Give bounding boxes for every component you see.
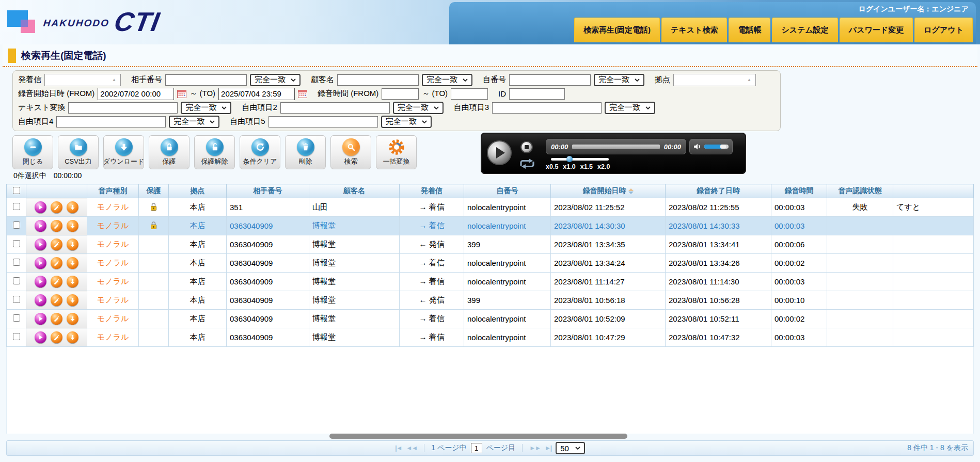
- row-edit-icon[interactable]: [51, 220, 62, 232]
- speed-x10-label[interactable]: x1.0: [563, 163, 575, 170]
- speaker-icon[interactable]: [693, 143, 701, 150]
- free-item2-match-select[interactable]: 完全一致: [393, 102, 444, 114]
- next-page-icon[interactable]: ►►: [529, 444, 541, 452]
- table-row[interactable]: モノラル 本店 0363040909 博報堂 → 着信 nolocalentry…: [7, 254, 974, 273]
- scrollbar-thumb[interactable]: [329, 434, 627, 439]
- row-edit-icon[interactable]: [51, 331, 62, 343]
- direction-combo[interactable]: ▲: [44, 74, 121, 86]
- tab-search-playback[interactable]: 検索再生(固定電話): [574, 18, 660, 42]
- table-row[interactable]: モノラル 本店 0363040909 博報堂 → 着信 nolocalentry…: [7, 310, 974, 328]
- tab-phonebook[interactable]: 電話帳: [729, 18, 770, 42]
- col-own-number[interactable]: 自番号: [464, 184, 551, 198]
- own-number-input[interactable]: [509, 74, 591, 86]
- seek-bar[interactable]: [572, 145, 660, 149]
- row-download-icon[interactable]: [67, 201, 78, 213]
- customer-match-select[interactable]: 完全一致: [422, 74, 472, 86]
- prev-page-icon[interactable]: ◄◄: [406, 444, 417, 452]
- table-row[interactable]: モノラル 本店 0363040909 博報堂 ← 発信 399 2023/08/…: [7, 291, 974, 310]
- row-checkbox[interactable]: [13, 333, 20, 340]
- row-download-icon[interactable]: [67, 257, 78, 269]
- text-convert-input[interactable]: [68, 102, 178, 114]
- stop-button[interactable]: [520, 141, 533, 153]
- table-row[interactable]: モノラル 本店 0363040909 博報堂 → 着信 nolocalentry…: [7, 273, 974, 291]
- row-edit-icon[interactable]: [51, 294, 62, 306]
- speed-x20-label[interactable]: x2.0: [597, 163, 610, 170]
- site-combo[interactable]: ▲: [673, 74, 756, 86]
- customer-input[interactable]: [337, 74, 419, 86]
- speed-x15-label[interactable]: x1.5: [580, 163, 593, 170]
- row-edit-icon[interactable]: [51, 276, 62, 288]
- col-direction[interactable]: 発着信: [400, 184, 464, 198]
- row-checkbox[interactable]: [13, 277, 20, 284]
- protect-button[interactable]: 保護: [149, 135, 189, 169]
- col-rec-start[interactable]: 録音開始日時: [551, 184, 666, 198]
- speed-x05-label[interactable]: x0.5: [546, 163, 558, 170]
- last-page-icon[interactable]: ►|: [545, 444, 551, 452]
- col-rec-end[interactable]: 録音終了日時: [666, 184, 771, 198]
- select-all-checkbox[interactable]: [13, 187, 20, 194]
- tab-logout[interactable]: ログアウト: [914, 18, 973, 42]
- clear-conditions-button[interactable]: 条件クリア: [240, 135, 280, 169]
- col-site[interactable]: 拠点: [169, 184, 227, 198]
- other-number-input[interactable]: [165, 74, 247, 86]
- row-play-icon[interactable]: [35, 238, 46, 250]
- first-page-icon[interactable]: |◄: [395, 444, 402, 452]
- row-checkbox[interactable]: [13, 240, 20, 247]
- row-play-icon[interactable]: [35, 220, 46, 232]
- row-edit-icon[interactable]: [51, 238, 62, 250]
- col-customer[interactable]: 顧客名: [309, 184, 400, 198]
- row-download-icon[interactable]: [67, 294, 78, 306]
- calendar-icon[interactable]: [298, 90, 307, 98]
- repeat-icon[interactable]: [518, 157, 536, 172]
- table-row[interactable]: モノラル 本店 0363040909 博報堂 → 着信 nolocalentry…: [7, 328, 974, 347]
- row-edit-icon[interactable]: [51, 201, 62, 213]
- delete-button[interactable]: 削除: [285, 135, 326, 169]
- row-checkbox[interactable]: [13, 259, 20, 266]
- free-item5-input[interactable]: [268, 116, 378, 128]
- row-checkbox[interactable]: [13, 221, 20, 229]
- col-protect[interactable]: 保護: [139, 184, 169, 198]
- row-download-icon[interactable]: [67, 276, 78, 288]
- col-audio-type[interactable]: 音声種別: [87, 184, 139, 198]
- free-item2-input[interactable]: [280, 102, 390, 114]
- tab-system-settings[interactable]: システム設定: [772, 18, 837, 42]
- row-download-icon[interactable]: [67, 331, 78, 343]
- tab-text-search[interactable]: テキスト検索: [661, 18, 727, 42]
- table-row[interactable]: モノラル 本店 0363040909 博報堂 ← 発信 399 2023/08/…: [7, 235, 974, 254]
- row-play-icon[interactable]: [35, 257, 46, 269]
- calendar-icon[interactable]: [177, 90, 186, 98]
- speed-slider[interactable]: [551, 158, 609, 161]
- row-download-icon[interactable]: [67, 238, 78, 250]
- rec-start-to-input[interactable]: 2025/07/04 23:59: [218, 88, 295, 100]
- duration-from-input[interactable]: [382, 88, 419, 100]
- free-item5-match-select[interactable]: 完全一致: [381, 116, 432, 128]
- download-button[interactable]: ダウンロード: [103, 135, 144, 169]
- free-item3-input[interactable]: [492, 102, 602, 114]
- col-recognition[interactable]: 音声認識状態: [827, 184, 893, 198]
- row-play-icon[interactable]: [35, 294, 46, 306]
- row-download-icon[interactable]: [67, 220, 78, 232]
- row-checkbox[interactable]: [13, 203, 20, 210]
- row-play-icon[interactable]: [35, 313, 46, 325]
- free-item4-match-select[interactable]: 完全一致: [169, 116, 219, 128]
- row-play-icon[interactable]: [35, 276, 46, 288]
- table-row[interactable]: モノラル 本店 351 山田 → 着信 nolocalentrypoint 20…: [7, 198, 974, 217]
- rec-start-from-input[interactable]: 2002/07/02 00:00: [98, 88, 174, 100]
- row-play-icon[interactable]: [35, 331, 46, 343]
- page-size-select[interactable]: 50: [556, 442, 585, 454]
- close-button[interactable]: 閉じる: [12, 135, 53, 169]
- table-row[interactable]: モノラル 本店 0363040909 博報堂 → 着信 nolocalentry…: [7, 217, 974, 235]
- row-checkbox[interactable]: [13, 296, 20, 303]
- id-input[interactable]: [509, 88, 565, 100]
- free-item4-input[interactable]: [56, 116, 166, 128]
- current-page-input[interactable]: [471, 443, 482, 453]
- own-number-match-select[interactable]: 完全一致: [594, 74, 644, 86]
- col-duration[interactable]: 録音時間: [771, 184, 827, 198]
- tab-password-change[interactable]: パスワード変更: [840, 18, 913, 42]
- volume-slider[interactable]: [704, 145, 729, 149]
- search-button[interactable]: 検索: [330, 135, 371, 169]
- row-checkbox[interactable]: [13, 314, 20, 322]
- play-button[interactable]: [487, 140, 512, 165]
- free-item3-match-select[interactable]: 完全一致: [605, 102, 655, 114]
- speed-slider-knob[interactable]: [566, 156, 573, 162]
